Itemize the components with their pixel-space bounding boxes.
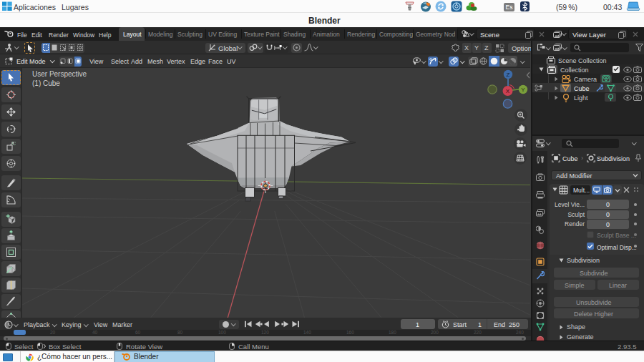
svg-text:X: X xyxy=(506,88,510,94)
svg-text:Y: Y xyxy=(521,87,525,93)
svg-text:Z: Z xyxy=(507,72,510,78)
